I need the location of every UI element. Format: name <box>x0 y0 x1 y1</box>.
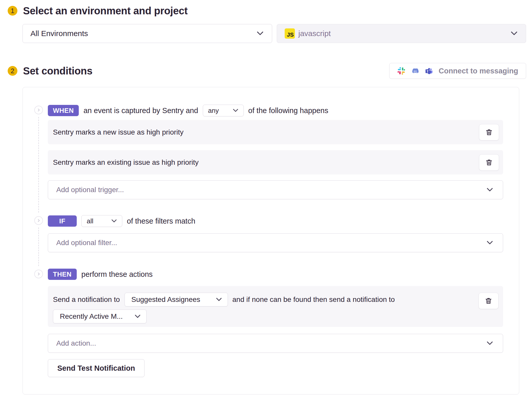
connect-to-messaging-label: Connect to messaging <box>439 67 518 75</box>
chevron-down-icon <box>486 339 494 347</box>
fallback-target-value: Recently Active M... <box>60 312 123 321</box>
then-section: THEN perform these actions Send a notifi… <box>34 269 503 377</box>
project-select[interactable]: JS javascript <box>277 24 526 43</box>
conditions-panel: WHEN an event is captured by Sentry and … <box>23 87 519 394</box>
environment-select-value: All Environments <box>30 29 88 38</box>
chevron-down-icon <box>111 218 117 224</box>
action-text-2: and if none can be found then send a not… <box>232 295 395 304</box>
js-icon: JS <box>285 28 295 39</box>
trash-icon <box>485 158 493 167</box>
chevron-right-icon <box>37 272 41 276</box>
step2-title: Set conditions <box>23 65 92 77</box>
then-collapse-toggle[interactable] <box>34 270 43 278</box>
chevron-down-icon <box>232 107 239 114</box>
if-section: IF all of these filters match Add option… <box>34 215 503 252</box>
connector-line <box>38 117 39 213</box>
when-collapse-toggle[interactable] <box>34 106 43 114</box>
chevron-down-icon <box>256 29 264 38</box>
then-badge: THEN <box>48 269 77 280</box>
delete-action-button[interactable] <box>479 293 498 309</box>
when-section: WHEN an event is captured by Sentry and … <box>34 105 503 199</box>
then-text-after: perform these actions <box>81 270 153 279</box>
condition-row: Sentry marks an existing issue as high p… <box>48 150 503 174</box>
discord-icon <box>411 67 419 75</box>
slack-icon <box>397 67 405 75</box>
teams-icon <box>425 67 433 75</box>
chevron-down-icon <box>134 313 141 320</box>
if-match-select[interactable]: all <box>81 215 122 227</box>
delete-condition-button[interactable] <box>479 154 499 171</box>
add-optional-trigger-select[interactable]: Add optional trigger... <box>48 180 503 199</box>
project-select-value: javascript <box>298 29 331 38</box>
step1-header: 1 Select an environment and project <box>8 5 526 17</box>
chevron-right-icon <box>37 108 41 112</box>
action-row: Send a notification to Suggested Assigne… <box>48 286 503 327</box>
step1-title: Select an environment and project <box>23 5 188 17</box>
delete-condition-button[interactable] <box>479 124 499 140</box>
add-optional-filter-select[interactable]: Add optional filter... <box>48 233 503 252</box>
trash-icon <box>485 128 493 136</box>
notify-target-select[interactable]: Suggested Assignees <box>125 293 228 306</box>
alert-rule-builder: 1 Select an environment and project All … <box>0 0 532 395</box>
step1-number-badge: 1 <box>8 6 17 16</box>
connect-to-messaging-button[interactable]: Connect to messaging <box>389 63 526 79</box>
if-collapse-toggle[interactable] <box>34 216 43 225</box>
when-text-after: of the following happens <box>248 106 328 115</box>
when-match-select[interactable]: any <box>203 105 244 116</box>
add-optional-filter-placeholder: Add optional filter... <box>56 239 117 247</box>
chevron-down-icon <box>510 29 518 38</box>
environment-project-row: All Environments JS javascript <box>23 24 526 43</box>
when-text-before: an event is captured by Sentry and <box>83 106 198 115</box>
add-optional-trigger-placeholder: Add optional trigger... <box>56 186 124 194</box>
action-text-1: Send a notification to <box>53 295 120 304</box>
environment-select[interactable]: All Environments <box>23 24 272 43</box>
chevron-down-icon <box>486 186 494 194</box>
when-badge: WHEN <box>48 105 79 116</box>
step2-number-badge: 2 <box>8 66 17 76</box>
chevron-down-icon <box>215 296 223 303</box>
add-action-placeholder: Add action... <box>56 339 96 347</box>
add-action-select[interactable]: Add action... <box>48 334 503 353</box>
trash-icon <box>484 297 493 305</box>
if-text-after: of these filters match <box>127 217 195 225</box>
notify-target-value: Suggested Assignees <box>131 295 200 304</box>
if-badge: IF <box>48 215 77 227</box>
condition-row: Sentry marks a new issue as high priorit… <box>48 120 503 144</box>
when-match-value: any <box>208 107 219 115</box>
fallback-target-select[interactable]: Recently Active M... <box>53 310 147 323</box>
condition-label: Sentry marks a new issue as high priorit… <box>53 128 183 136</box>
connector-line <box>38 227 39 266</box>
chevron-right-icon <box>37 218 41 223</box>
send-test-notification-button[interactable]: Send Test Notification <box>48 359 145 377</box>
condition-label: Sentry marks an existing issue as high p… <box>53 158 199 167</box>
if-match-value: all <box>87 217 93 225</box>
step2-header: 2 Set conditions <box>8 65 92 77</box>
chevron-down-icon <box>486 239 494 247</box>
